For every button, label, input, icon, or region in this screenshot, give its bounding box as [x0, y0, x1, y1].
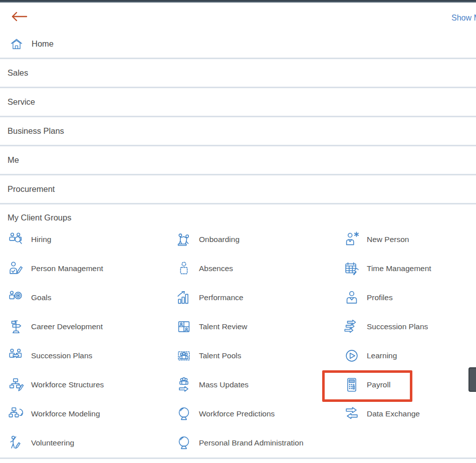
app-item-label: Learning — [367, 351, 397, 360]
app-item-mass-updates[interactable]: Mass Updates — [168, 370, 336, 399]
app-item-label: Workforce Modeling — [31, 409, 100, 418]
app-item-learning[interactable]: Learning — [336, 341, 476, 370]
side-panel-tab[interactable] — [468, 367, 476, 392]
volunteering-icon — [8, 434, 25, 451]
profiles-icon — [343, 289, 360, 306]
nav-item-label: Procurement — [8, 184, 55, 194]
performance-icon — [175, 289, 192, 306]
hiring-icon — [8, 231, 25, 248]
app-item-career-development[interactable]: Career Development — [0, 312, 168, 341]
app-item-label: Volunteering — [31, 438, 74, 447]
nav-item-procurement[interactable]: Procurement — [0, 174, 476, 203]
mass-updates-icon — [175, 376, 192, 393]
app-item-personal-brand-administration[interactable]: Personal Brand Administration — [168, 428, 336, 457]
app-item-label: Career Development — [31, 322, 103, 331]
talent-review-icon — [175, 318, 192, 335]
nav-item-label: Service — [8, 97, 35, 107]
crystal-ball-icon — [175, 434, 192, 451]
succession-plans-arrows-icon — [343, 318, 360, 335]
nav-item-me[interactable]: Me — [0, 145, 476, 174]
app-item-label: Workforce Structures — [31, 380, 104, 389]
goals-icon — [8, 289, 25, 306]
app-item-label: Time Management — [367, 264, 431, 273]
back-button[interactable] — [10, 11, 29, 24]
app-item-volunteering[interactable]: Volunteering — [0, 428, 168, 457]
app-item-label: Talent Pools — [199, 351, 241, 360]
person-management-icon — [8, 260, 25, 277]
app-item-label: New Person — [367, 235, 409, 244]
app-item-label: Hiring — [31, 235, 51, 244]
app-item-workforce-predictions[interactable]: Workforce Predictions — [168, 399, 336, 428]
workforce-structures-icon — [8, 376, 25, 393]
home-icon — [9, 37, 24, 52]
payroll-icon — [343, 376, 360, 393]
workforce-modeling-icon — [8, 405, 25, 422]
app-grid-empty-cell — [336, 428, 476, 457]
section-title-my-client-groups: My Client Groups — [0, 203, 476, 225]
app-item-label: Workforce Predictions — [199, 409, 275, 418]
app-item-workforce-structures[interactable]: Workforce Structures — [0, 370, 168, 399]
onboarding-icon — [175, 231, 192, 248]
app-item-talent-review[interactable]: Talent Review — [168, 312, 336, 341]
app-item-label: Person Management — [31, 264, 103, 273]
app-item-time-management[interactable]: Time Management — [336, 254, 476, 283]
nav-item-home[interactable]: Home — [0, 30, 476, 58]
app-item-absences[interactable]: Absences — [168, 254, 336, 283]
nav-item-service[interactable]: Service — [0, 87, 476, 116]
app-item-data-exchange[interactable]: Data Exchange — [336, 399, 476, 428]
back-arrow-icon — [10, 11, 28, 23]
app-item-label: Mass Updates — [199, 380, 249, 389]
career-development-icon — [8, 318, 25, 335]
app-item-succession-plans-2[interactable]: Succession Plans — [0, 341, 168, 370]
app-item-hiring[interactable]: Hiring — [0, 225, 168, 254]
app-item-label: Onboarding — [199, 235, 240, 244]
app-item-new-person[interactable]: New Person — [336, 225, 476, 254]
talent-pools-icon — [175, 347, 192, 364]
app-item-onboarding[interactable]: Onboarding — [168, 225, 336, 254]
crystal-ball-icon — [175, 405, 192, 422]
app-item-label: Succession Plans — [367, 322, 428, 331]
app-item-label: Absences — [199, 264, 233, 273]
app-item-label: Performance — [199, 293, 244, 302]
app-item-label: Personal Brand Administration — [199, 438, 304, 447]
nav-item-label: Me — [8, 155, 19, 165]
app-item-talent-pools[interactable]: Talent Pools — [168, 341, 336, 370]
menu-header: Show More — [0, 3, 476, 30]
nav-item-label: Home — [32, 39, 54, 49]
nav-item-business-plans[interactable]: Business Plans — [0, 116, 476, 145]
app-item-label: Goals — [31, 293, 52, 302]
app-grid: Hiring Onboarding New Person Person Mana… — [0, 225, 476, 457]
nav-item-label: Business Plans — [8, 126, 64, 136]
app-item-workforce-modeling[interactable]: Workforce Modeling — [0, 399, 168, 428]
app-item-succession-plans[interactable]: Succession Plans — [336, 312, 476, 341]
app-item-label: Succession Plans — [31, 351, 92, 360]
show-more-link[interactable]: Show More — [451, 14, 476, 23]
app-item-label: Payroll — [367, 380, 390, 389]
app-item-profiles[interactable]: Profiles — [336, 283, 476, 312]
app-item-label: Data Exchange — [367, 409, 420, 418]
app-item-label: Profiles — [367, 293, 393, 302]
app-item-person-management[interactable]: Person Management — [0, 254, 168, 283]
data-exchange-icon — [343, 405, 360, 422]
app-item-goals[interactable]: Goals — [0, 283, 168, 312]
nav-item-label: Sales — [8, 68, 28, 78]
learning-icon — [343, 347, 360, 364]
app-item-payroll[interactable]: Payroll — [336, 370, 476, 399]
app-item-label: Talent Review — [199, 322, 248, 331]
bottom-divider — [0, 457, 476, 459]
time-management-icon — [343, 260, 360, 277]
succession-plans-people-icon — [8, 347, 25, 364]
nav-item-sales[interactable]: Sales — [0, 58, 476, 87]
new-person-icon — [343, 231, 360, 248]
section-title-label: My Client Groups — [8, 213, 71, 222]
absences-icon — [175, 260, 192, 277]
app-item-performance[interactable]: Performance — [168, 283, 336, 312]
